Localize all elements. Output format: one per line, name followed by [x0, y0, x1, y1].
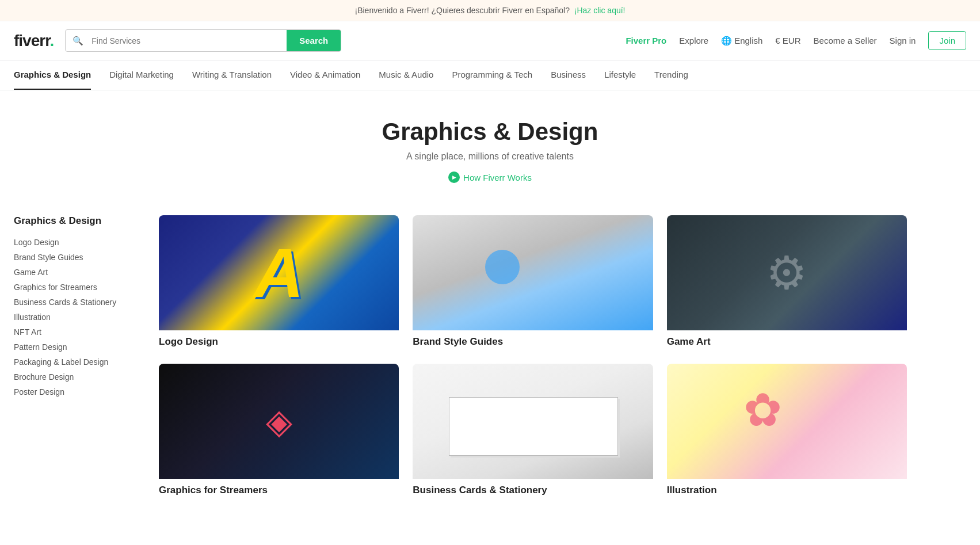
banner-link[interactable]: ¡Haz clic aquí! — [574, 6, 626, 15]
sidebar-item-logo-design[interactable]: Logo Design — [14, 235, 140, 250]
card-grid: Logo DesignBrand Style GuidesGame ArtGra… — [159, 215, 907, 498]
join-button[interactable]: Join — [928, 31, 966, 50]
become-seller-link[interactable]: Become a Seller — [814, 36, 877, 45]
top-banner: ¡Bienvenido a Fiverr! ¿Quieres descubrir… — [0, 0, 980, 21]
sidebar-item-illustration[interactable]: Illustration — [14, 310, 140, 325]
sidebar-item-pattern-design[interactable]: Pattern Design — [14, 340, 140, 355]
sidebar-item-packaging--label-design[interactable]: Packaging & Label Design — [14, 355, 140, 369]
card-label: Brand Style Guides — [413, 330, 653, 350]
sidebar-item-poster-design[interactable]: Poster Design — [14, 384, 140, 399]
hero-title: Graphics & Design — [14, 118, 966, 146]
language-selector[interactable]: 🌐 English — [721, 36, 762, 46]
cat-nav-item-writing--translation[interactable]: Writing & Translation — [192, 60, 272, 90]
card-game-art[interactable]: Game Art — [667, 215, 907, 350]
language-label: English — [734, 36, 762, 45]
sidebar-items: Logo DesignBrand Style GuidesGame ArtGra… — [14, 235, 140, 399]
hero-subtitle: A single place, millions of creative tal… — [14, 151, 966, 162]
card-image — [413, 215, 653, 330]
search-button[interactable]: Search — [287, 30, 341, 51]
cat-nav-item-digital-marketing[interactable]: Digital Marketing — [109, 60, 174, 90]
card-business-cards--stationery[interactable]: Business Cards & Stationery — [413, 364, 653, 498]
card-image — [159, 364, 399, 479]
explore-link[interactable]: Explore — [679, 36, 708, 45]
fiverr-pro-link[interactable]: Fiverr Pro — [626, 36, 666, 45]
sidebar-item-business-cards--stationery[interactable]: Business Cards & Stationery — [14, 295, 140, 310]
main-content: Graphics & Design Logo DesignBrand Style… — [0, 201, 921, 512]
card-label: Graphics for Streamers — [159, 479, 399, 498]
header: fiverr. 🔍 Search Fiverr Pro Explore 🌐 En… — [0, 21, 980, 60]
card-graphics-for-streamers[interactable]: Graphics for Streamers — [159, 364, 399, 498]
card-illustration[interactable]: Illustration — [667, 364, 907, 498]
how-fiverr-works-label: How Fiverr Works — [463, 173, 532, 182]
logo-dot: . — [50, 32, 54, 49]
cat-nav-item-graphics--design[interactable]: Graphics & Design — [14, 60, 91, 90]
category-nav: Graphics & DesignDigital MarketingWritin… — [0, 60, 980, 90]
hero-section: Graphics & Design A single place, millio… — [0, 90, 980, 201]
logo[interactable]: fiverr. — [14, 32, 54, 50]
card-image — [667, 215, 907, 330]
cat-nav-item-business[interactable]: Business — [551, 60, 586, 90]
cat-nav-item-lifestyle[interactable]: Lifestyle — [604, 60, 636, 90]
card-label: Illustration — [667, 479, 907, 498]
sidebar-item-game-art[interactable]: Game Art — [14, 265, 140, 280]
sidebar-item-brochure-design[interactable]: Brochure Design — [14, 369, 140, 384]
cat-nav-item-video--animation[interactable]: Video & Animation — [290, 60, 360, 90]
card-label: Business Cards & Stationery — [413, 479, 653, 498]
card-brand-style-guides[interactable]: Brand Style Guides — [413, 215, 653, 350]
banner-text: ¡Bienvenido a Fiverr! ¿Quieres descubrir… — [355, 6, 570, 15]
search-input[interactable] — [83, 30, 287, 51]
search-icon: 🔍 — [66, 30, 83, 51]
cat-nav-item-programming--tech[interactable]: Programming & Tech — [452, 60, 532, 90]
sidebar-item-brand-style-guides[interactable]: Brand Style Guides — [14, 250, 140, 265]
play-icon: ▶ — [448, 171, 460, 183]
card-image — [159, 215, 399, 330]
search-bar: 🔍 Search — [65, 29, 341, 52]
sign-in-link[interactable]: Sign in — [890, 36, 916, 45]
sidebar-title: Graphics & Design — [14, 215, 140, 227]
card-logo-design[interactable]: Logo Design — [159, 215, 399, 350]
card-image — [667, 364, 907, 479]
card-image — [413, 364, 653, 479]
cat-nav-item-trending[interactable]: Trending — [654, 60, 688, 90]
globe-icon: 🌐 — [721, 36, 732, 46]
cat-nav-item-music--audio[interactable]: Music & Audio — [379, 60, 433, 90]
sidebar-item-nft-art[interactable]: NFT Art — [14, 325, 140, 340]
header-nav: Fiverr Pro Explore 🌐 English € EUR Becom… — [626, 31, 966, 50]
card-grid-area: Logo DesignBrand Style GuidesGame ArtGra… — [159, 215, 907, 498]
how-fiverr-works-link[interactable]: ▶ How Fiverr Works — [448, 171, 532, 183]
card-label: Game Art — [667, 330, 907, 350]
card-label: Logo Design — [159, 330, 399, 350]
sidebar: Graphics & Design Logo DesignBrand Style… — [14, 215, 140, 498]
sidebar-item-graphics-for-streamers[interactable]: Graphics for Streamers — [14, 280, 140, 295]
currency-selector[interactable]: € EUR — [775, 36, 800, 45]
